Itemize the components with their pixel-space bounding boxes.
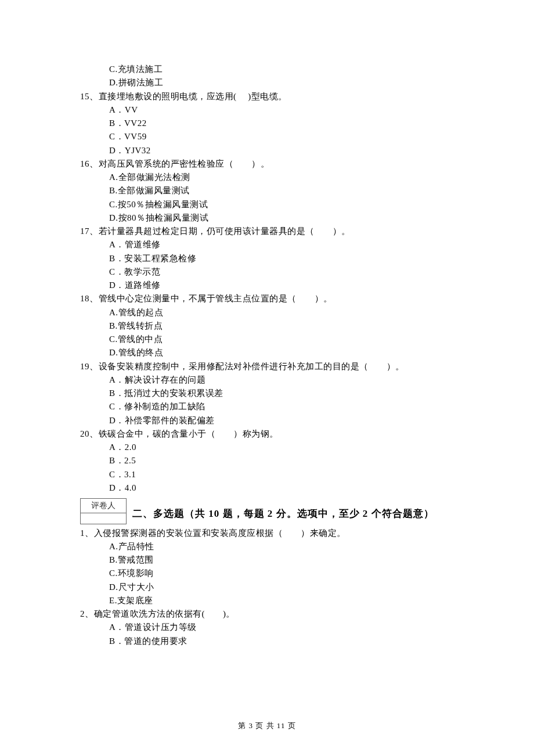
q16-stem: 16、对高压风管系统的严密性检验应（ ）。 (80, 157, 454, 171)
mq1-option-a: A.产品特性 (80, 540, 454, 553)
q16-option-b: B.全部做漏风量测试 (80, 184, 454, 197)
mq1-option-c: C.环境影响 (80, 567, 454, 580)
q20-option-c: C．3.1 (80, 468, 454, 481)
q14-option-d: D.拼砌法施工 (80, 76, 454, 89)
page-footer: 第 3 页 共 11 页 (0, 720, 534, 732)
q15-option-b: B．VV22 (80, 117, 454, 130)
q17-option-a: A．管道维修 (80, 238, 454, 251)
q15-option-c: C．VV59 (80, 130, 454, 143)
grader-blank (81, 513, 126, 524)
q20-option-b: B．2.5 (80, 454, 454, 467)
q20-option-a: A．2.0 (80, 441, 454, 454)
q19-stem: 19、设备安装精度控制中，采用修配法对补偿件进行补充加工的目的是（ ）。 (80, 360, 454, 373)
mq2-stem: 2、确定管道吹洗方法的依据有( )。 (80, 607, 454, 621)
grader-box: 评卷人 (80, 498, 127, 524)
section-2-header: 评卷人 二、多选题（共 10 题，每题 2 分。选项中，至少 2 个符合题意） (80, 498, 454, 525)
mq2-option-a: A．管道设计压力等级 (80, 621, 454, 634)
mq1-option-b: B.警戒范围 (80, 553, 454, 567)
q20-stem: 20、铁碳合金中，碳的含量小于（ ）称为钢。 (80, 427, 454, 441)
mq2-option-b: B．管道的使用要求 (80, 635, 454, 648)
grader-label: 评卷人 (81, 499, 126, 513)
q17-option-b: B．安装工程紧急检修 (80, 252, 454, 265)
q17-option-c: C．教学示范 (80, 265, 454, 279)
q20-option-d: D．4.0 (80, 481, 454, 495)
q17-option-d: D．道路维修 (80, 279, 454, 292)
q16-option-c: C.按50％抽检漏风量测试 (80, 198, 454, 211)
q16-option-d: D.按80％抽检漏风量测试 (80, 211, 454, 225)
q19-option-d: D．补偿零部件的装配偏差 (80, 414, 454, 427)
q15-stem: 15、直接埋地敷设的照明电缆，应选用( )型电缆。 (80, 90, 454, 103)
q19-option-c: C．修补制造的加工缺陷 (80, 400, 454, 413)
q15-option-d: D．YJV32 (80, 144, 454, 157)
mq1-option-e: E.支架底座 (80, 594, 454, 607)
q14-option-c: C.充填法施工 (80, 63, 454, 76)
q17-stem: 17、若计量器具超过检定日期，仍可使用该计量器具的是（ ）。 (80, 225, 454, 238)
mq1-option-d: D.尺寸大小 (80, 581, 454, 594)
mq1-stem: 1、入侵报警探测器的安装位置和安装高度应根据（ ）来确定。 (80, 527, 454, 540)
q18-option-b: B.管线转折点 (80, 319, 454, 333)
q16-option-a: A.全部做漏光法检测 (80, 171, 454, 184)
q18-stem: 18、管线中心定位测量中，不属于管线主点位置的是（ ）。 (80, 292, 454, 305)
q19-option-b: B．抵消过大的安装积累误差 (80, 387, 454, 400)
q15-option-a: A．VV (80, 103, 454, 117)
q18-option-d: D.管线的终点 (80, 346, 454, 359)
q18-option-a: A.管线的起点 (80, 306, 454, 319)
q19-option-a: A．解决设计存在的问题 (80, 373, 454, 387)
q18-option-c: C.管线的中点 (80, 333, 454, 346)
section-2-title: 二、多选题（共 10 题，每题 2 分。选项中，至少 2 个符合题意） (127, 506, 434, 525)
exam-page: C.充填法施工 D.拼砌法施工 15、直接埋地敷设的照明电缆，应选用( )型电缆… (0, 0, 534, 756)
